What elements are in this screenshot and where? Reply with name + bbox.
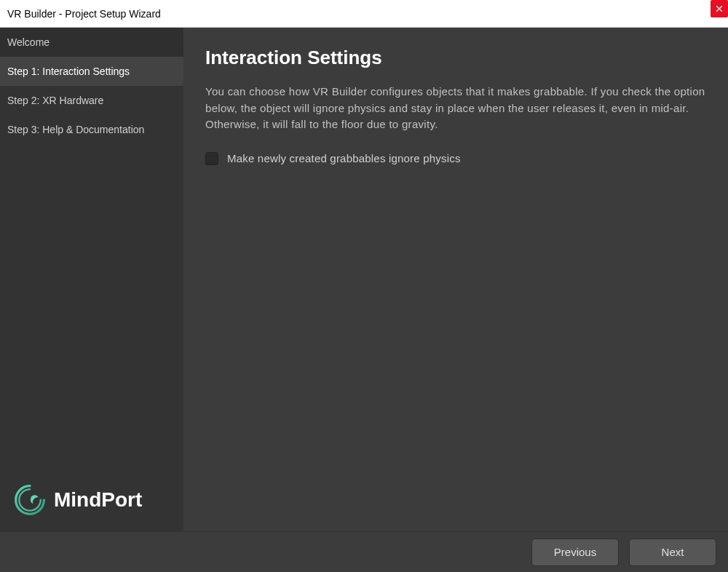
brand-logo-text: MindPort	[54, 488, 142, 512]
sidebar-item-label: Step 1: Interaction Settings	[7, 65, 130, 77]
ignore-physics-checkbox[interactable]	[205, 152, 218, 165]
previous-button[interactable]: Previous	[531, 539, 619, 566]
sidebar-item-label: Welcome	[7, 36, 50, 48]
titlebar: VR Builder - Project Setup Wizard	[0, 0, 728, 28]
sidebar-item-welcome[interactable]: Welcome	[0, 28, 183, 57]
sidebar-item-xr-hardware[interactable]: Step 2: XR Hardware	[0, 86, 183, 115]
main-panel: Interaction Settings You can choose how …	[183, 28, 728, 531]
sidebar-item-label: Step 3: Help & Documentation	[7, 124, 144, 135]
close-icon	[716, 5, 722, 13]
page-description: You can choose how VR Builder configures…	[205, 84, 706, 133]
sidebar-item-label: Step 2: XR Hardware	[7, 95, 103, 106]
brand-logo: MindPort	[0, 469, 183, 531]
close-button[interactable]	[711, 0, 728, 17]
next-button[interactable]: Next	[629, 539, 716, 566]
sidebar: Welcome Step 1: Interaction Settings Ste…	[0, 28, 183, 531]
window-title: VR Builder - Project Setup Wizard	[7, 8, 161, 20]
mindport-logo-icon	[13, 483, 47, 517]
titlebar-controls	[711, 0, 728, 27]
next-button-label: Next	[662, 546, 684, 558]
sidebar-item-interaction-settings[interactable]: Step 1: Interaction Settings	[0, 57, 183, 86]
page-heading: Interaction Settings	[205, 47, 706, 69]
sidebar-item-help-documentation[interactable]: Step 3: Help & Documentation	[0, 115, 183, 144]
ignore-physics-label: Make newly created grabbables ignore phy…	[227, 152, 461, 164]
footer: Previous Next	[0, 531, 728, 572]
previous-button-label: Previous	[554, 546, 596, 558]
ignore-physics-option[interactable]: Make newly created grabbables ignore phy…	[205, 152, 706, 165]
body: Welcome Step 1: Interaction Settings Ste…	[0, 28, 728, 531]
